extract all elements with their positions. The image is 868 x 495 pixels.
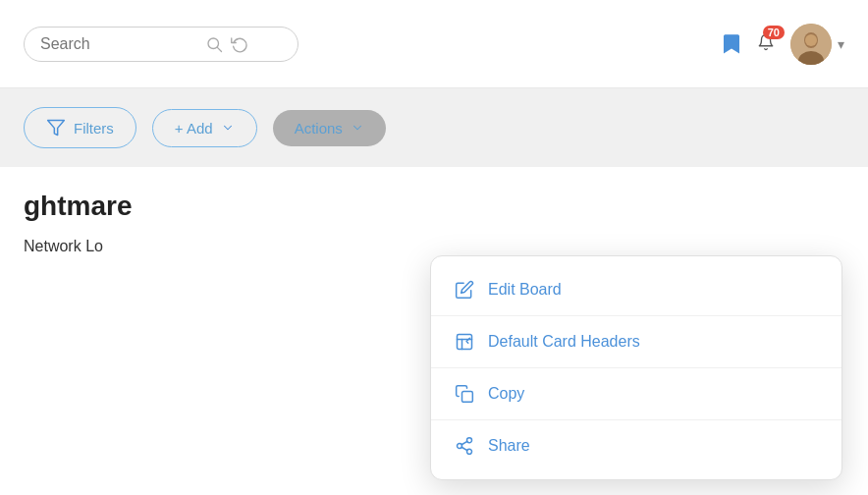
svg-point-5 [805, 34, 817, 46]
header: 70 ▾ [0, 0, 868, 88]
share-label: Share [488, 437, 530, 455]
filter-icon [46, 118, 66, 138]
network-label: Network Lo [24, 238, 103, 255]
add-label: + Add [175, 120, 213, 137]
default-card-headers-label: Default Card Headers [488, 333, 640, 351]
filters-label: Filters [74, 120, 114, 137]
toolbar: Filters + Add Actions [0, 88, 868, 167]
search-icon [205, 35, 223, 53]
avatar-image [790, 24, 832, 65]
search-input[interactable] [40, 35, 197, 53]
svg-marker-6 [48, 121, 65, 136]
content-row: Network Lo [24, 238, 844, 255]
actions-button[interactable]: Actions [273, 110, 386, 146]
actions-dropdown: Edit Board Default Card Headers Copy [430, 255, 842, 480]
svg-line-13 [461, 441, 467, 444]
actions-chevron-icon [351, 121, 364, 135]
notification-badge: 70 [763, 26, 785, 39]
default-card-headers-icon [455, 332, 474, 352]
svg-rect-8 [462, 392, 473, 403]
svg-line-1 [217, 47, 221, 51]
actions-label: Actions [295, 120, 343, 137]
page-title: ghtmare [24, 191, 844, 222]
svg-line-12 [461, 447, 467, 450]
avatar [790, 24, 832, 65]
filters-button[interactable]: Filters [24, 107, 136, 148]
notification-bell[interactable]: 70 [757, 33, 775, 55]
copy-label: Copy [488, 385, 524, 403]
history-icon[interactable] [231, 35, 248, 53]
copy-icon [455, 384, 474, 404]
search-bar[interactable] [24, 27, 298, 62]
add-chevron-icon [221, 121, 235, 135]
edit-board-label: Edit Board [488, 281, 562, 299]
dropdown-item-default-card-headers[interactable]: Default Card Headers [431, 316, 841, 368]
edit-board-icon [455, 280, 474, 300]
svg-rect-7 [458, 335, 472, 350]
header-actions: 70 ▾ [722, 24, 844, 65]
bookmark-icon[interactable] [722, 33, 741, 55]
add-button[interactable]: + Add [152, 109, 257, 147]
share-icon [455, 436, 474, 456]
main-content: ghtmare Network Lo Edit Board Default Ca… [0, 167, 868, 495]
avatar-wrapper[interactable]: ▾ [790, 24, 844, 65]
dropdown-item-copy[interactable]: Copy [431, 368, 841, 420]
chevron-down-icon: ▾ [838, 36, 844, 52]
dropdown-item-edit-board[interactable]: Edit Board [431, 264, 841, 316]
dropdown-item-share[interactable]: Share [431, 420, 841, 471]
